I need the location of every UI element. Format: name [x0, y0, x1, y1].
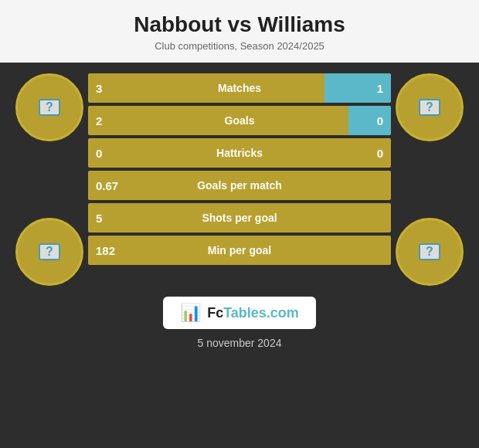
- hattricks-left-value: 0: [96, 147, 102, 160]
- brand-name: FcTables.com: [207, 305, 299, 321]
- min-per-goal-label: Min per goal: [208, 244, 271, 256]
- goals-left-value: 2: [96, 114, 102, 127]
- date-label: 5 november 2024: [198, 337, 282, 349]
- goals-label: Goals: [225, 114, 255, 127]
- hattricks-right-value: 0: [377, 147, 383, 160]
- stat-row-hattricks: 0 Hattricks 0: [88, 138, 391, 168]
- right-avatars-column: ? ?: [396, 73, 464, 286]
- matches-label: Matches: [218, 82, 261, 94]
- stat-row-min-per-goal: 182 Min per goal: [88, 236, 391, 265]
- page-title: Nabbout vs Williams: [0, 0, 479, 40]
- question-icon-2: ?: [419, 99, 440, 116]
- stats-table: 3 Matches 1 2 Goals 0 0 Hattricks 0 0.67…: [88, 73, 391, 265]
- left-avatars-column: ? ?: [15, 73, 83, 286]
- stat-row-goals: 2 Goals 0: [88, 106, 391, 135]
- stat-row-goals-per-match: 0.67 Goals per match: [88, 171, 391, 200]
- min-per-goal-left-value: 182: [96, 244, 115, 257]
- matches-left-value: 3: [96, 82, 102, 95]
- goals-right-value: 0: [377, 114, 383, 127]
- brand-box: 📊 FcTables.com: [163, 297, 316, 329]
- player1-avatar-top: ?: [15, 73, 83, 141]
- hattricks-label: Hattricks: [216, 147, 263, 159]
- subtitle: Club competitions, Season 2024/2025: [0, 40, 479, 63]
- player2-avatar-top: ?: [396, 73, 464, 141]
- shots-per-goal-label: Shots per goal: [202, 212, 277, 224]
- player2-avatar-bottom: ?: [396, 218, 464, 286]
- goals-per-match-label: Goals per match: [197, 179, 282, 192]
- brand-chart-icon: 📊: [180, 303, 201, 323]
- goals-right-fill: [348, 106, 391, 135]
- question-icon-1: ?: [39, 99, 60, 116]
- question-icon-3: ?: [39, 243, 60, 260]
- stat-row-shots-per-goal: 5 Shots per goal: [88, 203, 391, 232]
- player1-avatar-bottom: ?: [15, 218, 83, 286]
- goals-per-match-left-value: 0.67: [96, 179, 118, 192]
- question-icon-4: ?: [419, 243, 440, 260]
- matches-right-value: 1: [377, 82, 383, 95]
- shots-per-goal-left-value: 5: [96, 212, 102, 225]
- stat-row-matches: 3 Matches 1: [88, 73, 391, 103]
